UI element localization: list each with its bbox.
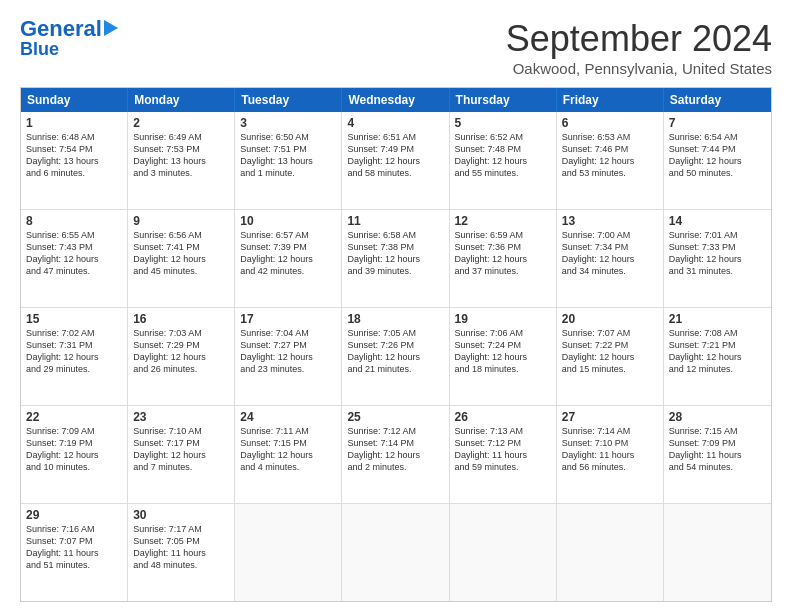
- cal-cell: 14Sunrise: 7:01 AM Sunset: 7:33 PM Dayli…: [664, 210, 771, 307]
- cal-cell: 20Sunrise: 7:07 AM Sunset: 7:22 PM Dayli…: [557, 308, 664, 405]
- day-number: 20: [562, 312, 658, 326]
- day-info: Sunrise: 7:12 AM Sunset: 7:14 PM Dayligh…: [347, 425, 443, 474]
- header-day-monday: Monday: [128, 88, 235, 112]
- day-info: Sunrise: 7:03 AM Sunset: 7:29 PM Dayligh…: [133, 327, 229, 376]
- day-number: 21: [669, 312, 766, 326]
- cal-cell: 30Sunrise: 7:17 AM Sunset: 7:05 PM Dayli…: [128, 504, 235, 601]
- cal-cell: 24Sunrise: 7:11 AM Sunset: 7:15 PM Dayli…: [235, 406, 342, 503]
- cal-cell: 11Sunrise: 6:58 AM Sunset: 7:38 PM Dayli…: [342, 210, 449, 307]
- cal-cell: 8Sunrise: 6:55 AM Sunset: 7:43 PM Daylig…: [21, 210, 128, 307]
- day-number: 17: [240, 312, 336, 326]
- day-info: Sunrise: 7:15 AM Sunset: 7:09 PM Dayligh…: [669, 425, 766, 474]
- header-day-saturday: Saturday: [664, 88, 771, 112]
- cal-row-4: 22Sunrise: 7:09 AM Sunset: 7:19 PM Dayli…: [21, 405, 771, 503]
- cal-cell: 6Sunrise: 6:53 AM Sunset: 7:46 PM Daylig…: [557, 112, 664, 209]
- day-number: 30: [133, 508, 229, 522]
- day-info: Sunrise: 6:58 AM Sunset: 7:38 PM Dayligh…: [347, 229, 443, 278]
- day-number: 28: [669, 410, 766, 424]
- day-info: Sunrise: 6:53 AM Sunset: 7:46 PM Dayligh…: [562, 131, 658, 180]
- cal-row-5: 29Sunrise: 7:16 AM Sunset: 7:07 PM Dayli…: [21, 503, 771, 601]
- cal-cell: 3Sunrise: 6:50 AM Sunset: 7:51 PM Daylig…: [235, 112, 342, 209]
- day-info: Sunrise: 6:52 AM Sunset: 7:48 PM Dayligh…: [455, 131, 551, 180]
- day-info: Sunrise: 6:50 AM Sunset: 7:51 PM Dayligh…: [240, 131, 336, 180]
- cal-cell: 1Sunrise: 6:48 AM Sunset: 7:54 PM Daylig…: [21, 112, 128, 209]
- header-day-wednesday: Wednesday: [342, 88, 449, 112]
- location-subtitle: Oakwood, Pennsylvania, United States: [506, 60, 772, 77]
- header-day-thursday: Thursday: [450, 88, 557, 112]
- day-info: Sunrise: 6:55 AM Sunset: 7:43 PM Dayligh…: [26, 229, 122, 278]
- cal-cell: 5Sunrise: 6:52 AM Sunset: 7:48 PM Daylig…: [450, 112, 557, 209]
- day-info: Sunrise: 7:17 AM Sunset: 7:05 PM Dayligh…: [133, 523, 229, 572]
- day-number: 22: [26, 410, 122, 424]
- logo-arrow-icon: [104, 20, 118, 36]
- cal-cell: [557, 504, 664, 601]
- day-number: 14: [669, 214, 766, 228]
- cal-cell: 26Sunrise: 7:13 AM Sunset: 7:12 PM Dayli…: [450, 406, 557, 503]
- logo-text: General: [20, 18, 102, 40]
- day-info: Sunrise: 6:57 AM Sunset: 7:39 PM Dayligh…: [240, 229, 336, 278]
- day-number: 18: [347, 312, 443, 326]
- day-info: Sunrise: 7:02 AM Sunset: 7:31 PM Dayligh…: [26, 327, 122, 376]
- day-info: Sunrise: 7:10 AM Sunset: 7:17 PM Dayligh…: [133, 425, 229, 474]
- cal-cell: [664, 504, 771, 601]
- cal-cell: 2Sunrise: 6:49 AM Sunset: 7:53 PM Daylig…: [128, 112, 235, 209]
- day-number: 27: [562, 410, 658, 424]
- cal-cell: [235, 504, 342, 601]
- cal-cell: 17Sunrise: 7:04 AM Sunset: 7:27 PM Dayli…: [235, 308, 342, 405]
- header: General Blue September 2024 Oakwood, Pen…: [20, 18, 772, 77]
- cal-cell: 16Sunrise: 7:03 AM Sunset: 7:29 PM Dayli…: [128, 308, 235, 405]
- cal-cell: 25Sunrise: 7:12 AM Sunset: 7:14 PM Dayli…: [342, 406, 449, 503]
- day-info: Sunrise: 7:11 AM Sunset: 7:15 PM Dayligh…: [240, 425, 336, 474]
- cal-cell: 29Sunrise: 7:16 AM Sunset: 7:07 PM Dayli…: [21, 504, 128, 601]
- cal-row-3: 15Sunrise: 7:02 AM Sunset: 7:31 PM Dayli…: [21, 307, 771, 405]
- day-info: Sunrise: 6:54 AM Sunset: 7:44 PM Dayligh…: [669, 131, 766, 180]
- day-number: 29: [26, 508, 122, 522]
- day-number: 16: [133, 312, 229, 326]
- day-number: 10: [240, 214, 336, 228]
- cal-cell: 21Sunrise: 7:08 AM Sunset: 7:21 PM Dayli…: [664, 308, 771, 405]
- cal-cell: 7Sunrise: 6:54 AM Sunset: 7:44 PM Daylig…: [664, 112, 771, 209]
- title-block: September 2024 Oakwood, Pennsylvania, Un…: [506, 18, 772, 77]
- day-number: 1: [26, 116, 122, 130]
- day-info: Sunrise: 6:48 AM Sunset: 7:54 PM Dayligh…: [26, 131, 122, 180]
- cal-cell: 12Sunrise: 6:59 AM Sunset: 7:36 PM Dayli…: [450, 210, 557, 307]
- cal-cell: 18Sunrise: 7:05 AM Sunset: 7:26 PM Dayli…: [342, 308, 449, 405]
- day-number: 19: [455, 312, 551, 326]
- day-info: Sunrise: 7:05 AM Sunset: 7:26 PM Dayligh…: [347, 327, 443, 376]
- month-title: September 2024: [506, 18, 772, 60]
- day-info: Sunrise: 7:00 AM Sunset: 7:34 PM Dayligh…: [562, 229, 658, 278]
- cal-cell: 23Sunrise: 7:10 AM Sunset: 7:17 PM Dayli…: [128, 406, 235, 503]
- calendar-body: 1Sunrise: 6:48 AM Sunset: 7:54 PM Daylig…: [21, 112, 771, 601]
- day-info: Sunrise: 7:14 AM Sunset: 7:10 PM Dayligh…: [562, 425, 658, 474]
- day-number: 24: [240, 410, 336, 424]
- day-info: Sunrise: 6:51 AM Sunset: 7:49 PM Dayligh…: [347, 131, 443, 180]
- day-number: 6: [562, 116, 658, 130]
- day-info: Sunrise: 6:49 AM Sunset: 7:53 PM Dayligh…: [133, 131, 229, 180]
- cal-row-2: 8Sunrise: 6:55 AM Sunset: 7:43 PM Daylig…: [21, 209, 771, 307]
- cal-cell: 28Sunrise: 7:15 AM Sunset: 7:09 PM Dayli…: [664, 406, 771, 503]
- day-number: 4: [347, 116, 443, 130]
- day-info: Sunrise: 6:59 AM Sunset: 7:36 PM Dayligh…: [455, 229, 551, 278]
- header-day-friday: Friday: [557, 88, 664, 112]
- day-number: 23: [133, 410, 229, 424]
- cal-cell: [342, 504, 449, 601]
- day-info: Sunrise: 6:56 AM Sunset: 7:41 PM Dayligh…: [133, 229, 229, 278]
- day-number: 9: [133, 214, 229, 228]
- day-info: Sunrise: 7:16 AM Sunset: 7:07 PM Dayligh…: [26, 523, 122, 572]
- day-number: 13: [562, 214, 658, 228]
- day-number: 3: [240, 116, 336, 130]
- cal-cell: 15Sunrise: 7:02 AM Sunset: 7:31 PM Dayli…: [21, 308, 128, 405]
- day-info: Sunrise: 7:04 AM Sunset: 7:27 PM Dayligh…: [240, 327, 336, 376]
- calendar-header: SundayMondayTuesdayWednesdayThursdayFrid…: [21, 88, 771, 112]
- cal-cell: 22Sunrise: 7:09 AM Sunset: 7:19 PM Dayli…: [21, 406, 128, 503]
- day-info: Sunrise: 7:08 AM Sunset: 7:21 PM Dayligh…: [669, 327, 766, 376]
- logo: General Blue: [20, 18, 118, 58]
- day-number: 26: [455, 410, 551, 424]
- day-info: Sunrise: 7:06 AM Sunset: 7:24 PM Dayligh…: [455, 327, 551, 376]
- cal-cell: 27Sunrise: 7:14 AM Sunset: 7:10 PM Dayli…: [557, 406, 664, 503]
- day-number: 8: [26, 214, 122, 228]
- header-day-sunday: Sunday: [21, 88, 128, 112]
- day-info: Sunrise: 7:07 AM Sunset: 7:22 PM Dayligh…: [562, 327, 658, 376]
- day-number: 7: [669, 116, 766, 130]
- day-number: 25: [347, 410, 443, 424]
